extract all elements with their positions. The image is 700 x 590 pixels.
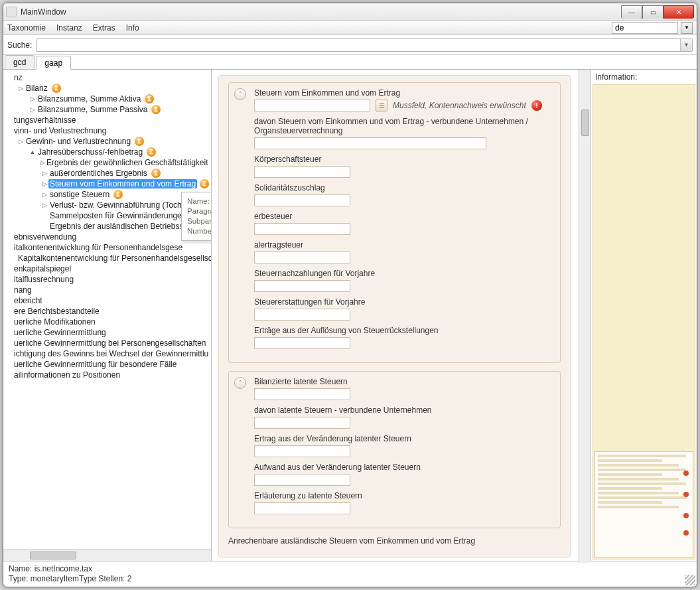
tree-item-label: Steuern vom Einkommen und vom Ertrag <box>48 179 197 188</box>
resize-grip[interactable] <box>685 575 695 585</box>
field-input[interactable] <box>254 309 350 321</box>
close-button[interactable]: ✕ <box>664 5 694 19</box>
tree-item-label: Kapitalkontenentwicklung für Personenhan… <box>17 254 211 263</box>
minimize-button[interactable]: — <box>621 5 642 19</box>
menu-instanz[interactable]: Instanz <box>56 23 82 33</box>
info-preview-thumbnail[interactable] <box>595 451 693 557</box>
language-dropdown-button[interactable]: ▼ <box>681 22 693 34</box>
menu-taxonomie[interactable]: Taxonomie <box>7 23 46 33</box>
tree-row[interactable]: tungsverhältnisse <box>3 115 211 125</box>
search-input[interactable] <box>36 39 680 51</box>
tree-item-label: ailinformationen zu Positionen <box>13 370 121 380</box>
tree-row[interactable]: italflussrechnung <box>3 274 211 285</box>
tree-row[interactable]: vinn- und Verlustrechnung <box>3 125 211 136</box>
field-input[interactable] <box>254 445 350 457</box>
tree-row[interactable]: Ergebnis der ausländischen Betriebsstätt… <box>3 221 211 232</box>
tree-row[interactable]: Kapitalkontenentwicklung für Personenhan… <box>3 253 211 263</box>
collapse-button[interactable]: ˄ <box>234 377 246 389</box>
field-input-steuern[interactable] <box>254 100 370 111</box>
expand-icon[interactable]: ▷ <box>17 138 25 145</box>
expand-icon[interactable]: ▷ <box>40 181 48 187</box>
expand-icon[interactable]: ▷ <box>40 191 48 198</box>
tree-row[interactable]: ▷Verlust- bzw. Gewinnabführung (Tochter) <box>3 200 211 210</box>
form-scroll[interactable]: ˄ Steuern vom Einkommen und vom Ertrag ☰… <box>212 70 579 563</box>
tree-row[interactable]: ▷außerordentliches ErgebnisƩ <box>3 168 211 179</box>
tree-scroll[interactable]: nz▷BilanzƩ▷Bilanzsumme, Summe AktivaƩ▷Bi… <box>3 70 211 549</box>
field-input-latente[interactable] <box>254 388 350 400</box>
expand-icon[interactable]: ▷ <box>40 170 48 177</box>
tree-row[interactable]: uerliche Modifikationen <box>3 317 211 327</box>
tree-row[interactable]: ere Berichtsbestandteile <box>3 306 211 317</box>
scrollbar-thumb[interactable] <box>30 552 76 559</box>
field-label: Erträge aus der Auflösung von Steuerrück… <box>254 326 553 335</box>
tab-gcd[interactable]: gcd <box>5 55 35 69</box>
field-input[interactable] <box>254 280 350 292</box>
tree-item-label: Sammelposten für Gewinnänderungen aus <box>48 211 202 220</box>
search-dropdown-button[interactable]: ▼ <box>680 39 692 51</box>
document-icon[interactable]: ☰ <box>376 100 387 111</box>
tree-row[interactable]: nz <box>3 72 211 83</box>
status-name: Name: is.netIncome.tax <box>9 564 691 574</box>
tree-item-label: Gewinn- und Verlustrechnung <box>25 137 132 146</box>
tree-item-label: außerordentliches Ergebnis <box>48 169 149 178</box>
window-title: MainWindow <box>21 7 621 17</box>
field-input[interactable] <box>254 166 350 178</box>
tree-row[interactable]: ailinformationen zu Positionen <box>3 370 211 380</box>
tree-row[interactable]: ▷BilanzƩ <box>3 83 211 94</box>
field-input[interactable] <box>254 194 350 206</box>
tree-item-label: Ergebnis der gewöhnlichen Geschäftstätig… <box>45 158 209 167</box>
tree-row[interactable]: ▷Ergebnis der gewöhnlichen Geschäftstäti… <box>3 157 211 168</box>
tab-row: gcd gaap <box>3 55 697 70</box>
field-input[interactable] <box>254 137 486 149</box>
sum-icon: Ʃ <box>145 94 154 104</box>
field-label: Steuererstattungen für Vorjahre <box>254 297 553 307</box>
tree-row[interactable]: ebnisverwendung <box>3 232 211 242</box>
field-input[interactable] <box>254 474 350 486</box>
field-input[interactable] <box>254 502 350 514</box>
scrollbar-thumb[interactable] <box>581 110 589 136</box>
menubar: Taxonomie Instanz Extras Info ▼ <box>3 21 697 35</box>
tree-row[interactable]: uerliche Gewinnermittlung <box>3 327 211 338</box>
tree-row[interactable]: uerliche Gewinnermittlung bei Personenge… <box>3 338 211 348</box>
tree-row[interactable]: uerliche Gewinnermittlung für besondere … <box>3 359 211 370</box>
tree-row[interactable]: ▷Steuern vom Einkommen und vom ErtragƩ <box>3 179 211 189</box>
field-input[interactable] <box>254 252 350 263</box>
menu-info[interactable]: Info <box>126 23 139 33</box>
tree-row[interactable]: ebericht <box>3 295 211 306</box>
form-vertical-scrollbar[interactable] <box>579 70 591 563</box>
tree-row[interactable]: ▷Bilanzsumme, Summe PassivaƩ <box>3 104 211 115</box>
sum-icon: Ʃ <box>147 147 156 157</box>
tree-row[interactable]: ▷Bilanzsumme, Summe AktivaƩ <box>3 94 211 104</box>
expand-icon[interactable]: ▷ <box>40 159 45 166</box>
expand-icon[interactable]: ▲ <box>29 149 36 155</box>
tree-row[interactable]: ichtigung des Gewinns bei Wechsel der Ge… <box>3 348 211 359</box>
tree-row[interactable]: nang <box>3 285 211 295</box>
field-input[interactable] <box>254 417 350 429</box>
tree-row[interactable]: ▷Gewinn- und VerlustrechnungƩ <box>3 136 211 147</box>
field-input[interactable] <box>254 337 350 349</box>
expand-icon[interactable]: ▷ <box>17 85 25 92</box>
tree-horizontal-scrollbar[interactable] <box>3 549 211 561</box>
tree-row[interactable]: enkapitalspiegel <box>3 263 211 274</box>
tree-item-label: ebnisverwendung <box>13 232 78 242</box>
language-combo[interactable] <box>612 22 678 34</box>
maximize-button[interactable]: ▭ <box>642 5 664 19</box>
collapse-button[interactable]: ˄ <box>234 88 246 100</box>
group-steuern: ˄ Steuern vom Einkommen und vom Ertrag ☰… <box>228 82 561 363</box>
expand-icon[interactable]: ▷ <box>29 96 36 102</box>
tree-row[interactable]: italkontenentwicklung für Personenhandel… <box>3 242 211 253</box>
tooltip-line: Name: HGB <box>187 196 211 206</box>
field-label: Aufwand aus der Veränderung latenter Ste… <box>254 463 553 472</box>
tree-row[interactable]: ▷sonstige SteuernƩ <box>3 189 211 200</box>
menu-extras[interactable]: Extras <box>93 23 115 33</box>
tree-row[interactable]: Sammelposten für Gewinnänderungen aus <box>3 210 211 221</box>
tree-row[interactable]: ▲Jahresüberschuss/-fehlbetragƩ <box>3 147 211 157</box>
form-panel: ˄ Steuern vom Einkommen und vom Ertrag ☰… <box>218 75 571 557</box>
tab-gaap[interactable]: gaap <box>36 56 71 70</box>
field-input[interactable] <box>254 223 350 235</box>
expand-icon[interactable]: ▷ <box>29 106 36 113</box>
sum-icon: Ʃ <box>52 84 61 93</box>
expand-icon[interactable]: ▷ <box>40 202 48 208</box>
field-block: davon Steuern vom Einkommen und vom Ertr… <box>254 117 553 149</box>
tree-item-label: nz <box>13 73 24 82</box>
